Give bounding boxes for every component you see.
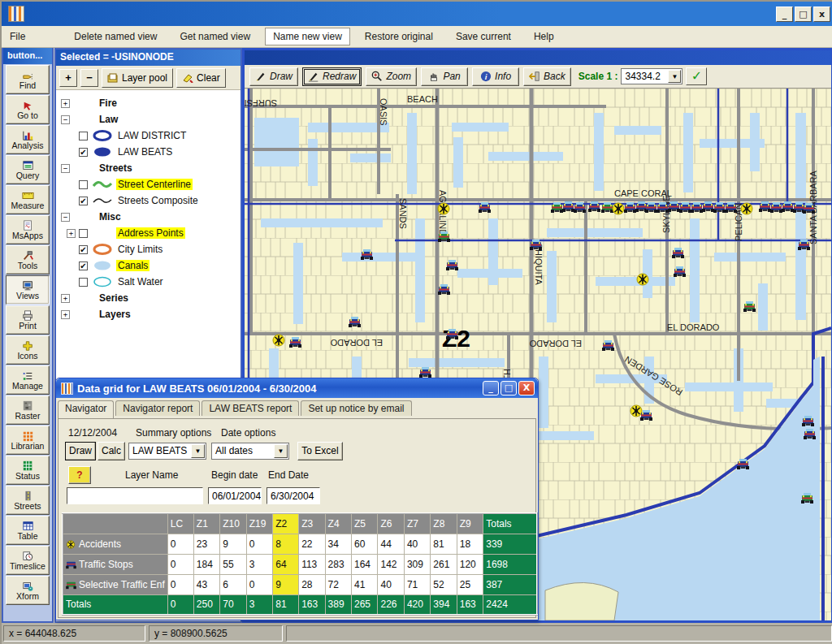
tab-law-beats-report[interactable]: LAW BEATS report [202,400,299,416]
tree-expander[interactable]: + [61,310,70,319]
sidebar-button-xform[interactable]: Xform [6,576,50,605]
tree-expander[interactable]: + [61,294,70,303]
summary-layer-combo[interactable]: LAW BEATS ▼ [128,443,206,460]
layer-name-input[interactable] [67,487,203,504]
dialog-minimize-button[interactable]: _ [483,381,499,395]
menu-item-file[interactable]: File [2,28,33,45]
layer-checkbox[interactable] [79,278,88,287]
back-button[interactable]: Back [523,67,571,86]
chevron-down-icon[interactable]: ▼ [191,444,205,458]
grid-draw-button[interactable]: Draw [65,442,96,460]
sidebar-button-query[interactable]: Query [6,155,50,184]
sidebar-button-timeslice[interactable]: Timeslice [6,546,50,575]
sidebar-button-streets[interactable]: Streets [6,486,50,515]
tree-item-law-district[interactable]: LAW DISTRICT [61,128,240,144]
tab-navigator[interactable]: Navigator [58,400,114,418]
tab-navigator-report[interactable]: Navigator report [115,400,200,416]
xform-icon [21,581,35,592]
layer-checkbox[interactable]: ✔ [79,245,88,254]
tree-item-address-points[interactable]: +Address Points [61,225,240,241]
tree-item-law-beats[interactable]: ✔LAW BEATS [61,144,240,160]
sidebar-button-find[interactable]: Find [6,65,50,94]
sidebar-button-icons[interactable]: Icons [6,335,50,365]
date-options-combo[interactable]: All dates ▼ [211,443,289,460]
layer-checkbox[interactable] [79,180,88,189]
close-button[interactable]: x [813,6,830,22]
sidebar-button-librarian[interactable]: Librarian [6,426,50,455]
calc-button[interactable]: Calc [98,442,125,460]
grid-cell: 43 [193,574,219,594]
menu-item-help[interactable]: Help [526,28,562,45]
chevron-down-icon[interactable]: ▼ [274,444,288,458]
tree-item-street-centerline[interactable]: Street Centerline [61,176,240,192]
menu-item-get-named-view[interactable]: Get named view [171,28,258,45]
layer-checkbox[interactable]: ✔ [79,197,88,205]
redraw-button[interactable]: Redraw [302,67,362,86]
tree-expander[interactable]: + [61,99,70,108]
sidebar-button-msapps[interactable]: MsApps [6,215,50,244]
clear-label: Clear [197,72,220,84]
grid-total-cell: 81 [273,594,299,615]
tree-item-series[interactable]: +Series [61,290,240,306]
clear-button[interactable]: Clear [176,68,226,88]
pan-button[interactable]: Pan [421,67,468,86]
tree-expander[interactable]: + [67,229,76,238]
sidebar-button-status[interactable]: Status [6,456,50,485]
dialog-close-button[interactable]: X [518,381,535,395]
maximize-button[interactable]: □ [795,6,812,22]
tree-expander[interactable]: − [61,164,70,173]
sidebar-button-table[interactable]: Table [6,516,50,545]
tree-item-law[interactable]: −Law [61,111,240,128]
layer-symbol [92,244,113,255]
expand-all-button[interactable]: + [59,69,77,87]
menu-item-name-new-view[interactable]: Name new view [265,28,350,45]
menu-item-restore-original[interactable]: Restore original [357,28,441,45]
menu-item-save-current[interactable]: Save current [448,28,519,45]
tree-expander[interactable]: − [61,213,70,222]
minimize-button[interactable]: _ [776,6,793,22]
help-button[interactable]: ? [68,466,91,484]
sidebar-button-manage[interactable]: Manage [6,365,50,395]
sidebar-button-analysis[interactable]: Analysis [6,125,50,154]
end-date-input[interactable] [266,487,320,504]
menu-item-delete-named-view[interactable]: Delete named view [66,28,165,45]
dialog-maximize-button[interactable]: □ [500,381,517,395]
collapse-all-button[interactable]: − [80,69,98,87]
tree-item-streets[interactable]: −Streets [61,160,240,176]
street-label: SANDS [398,198,408,229]
street-label: EL DORADO [330,338,383,348]
tree-item-streets-composite[interactable]: ✔Streets Composite [61,192,240,209]
tree-item-salt-water[interactable]: Salt Water [61,274,240,290]
layer-pool-button[interactable]: Layer pool [102,68,173,88]
tree-item-fire[interactable]: +Fire [61,95,240,111]
tree-expander[interactable]: − [61,115,70,124]
info-button[interactable]: i Info [472,67,519,86]
sidebar-button-print[interactable]: Print [6,305,50,335]
street-label: SURFSID [245,98,277,108]
sidebar-button-tools[interactable]: Tools [6,245,50,274]
layer-checkbox[interactable] [79,229,88,238]
timeslice-icon [21,551,35,562]
tree-item-misc[interactable]: −Misc [61,209,240,225]
tree-item-layers[interactable]: +Layers [61,306,240,322]
layer-checkbox[interactable] [79,132,88,140]
draw-button[interactable]: Draw [249,67,298,86]
tree-item-canals[interactable]: ✔Canals [61,257,240,274]
layer-checkbox[interactable]: ✔ [79,148,88,157]
dialog-tabs: NavigatorNavigator reportLAW BEATS repor… [56,398,538,416]
sidebar-button-views[interactable]: Views [6,275,50,305]
sidebar-button-go-to[interactable]: Go to [6,95,50,124]
grid-cell: 28 [299,574,325,594]
zoom-button[interactable]: Zoom [366,67,417,86]
layer-checkbox[interactable]: ✔ [79,261,88,270]
scale-combo[interactable]: 34334.2 ▼ [621,68,682,84]
sidebar-button-measure[interactable]: Measure [6,185,50,214]
sidebar-button-raster[interactable]: Raster [6,395,50,425]
tab-set-up-notice-by-email[interactable]: Set up notice by email [301,400,411,416]
street-label: OASIS [379,98,388,126]
chevron-down-icon[interactable]: ▼ [668,70,681,83]
apply-scale-button[interactable]: ✓ [686,67,707,85]
to-excel-button[interactable]: To Excel [297,442,343,460]
begin-date-input[interactable] [208,487,262,504]
tree-item-city-limits[interactable]: ✔City Limits [61,241,240,257]
